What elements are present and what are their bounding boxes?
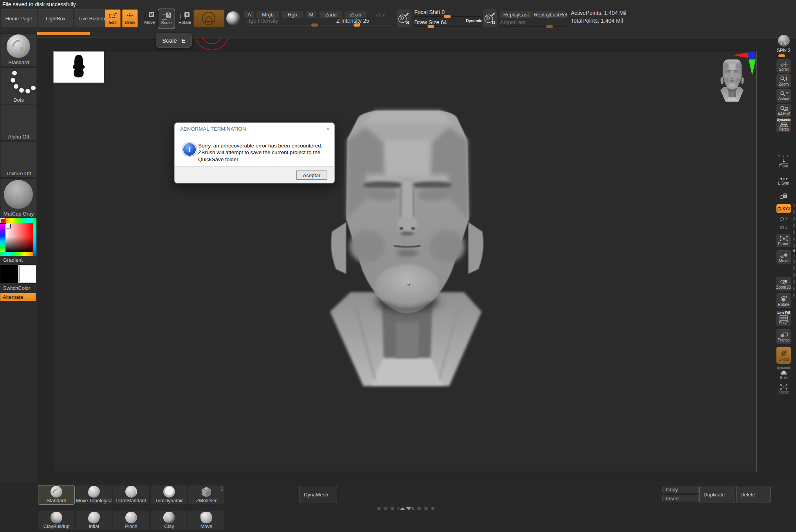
- polyframe-button[interactable]: Line Fill PolyF: [776, 311, 791, 326]
- persp-button[interactable]: Dynamic Persp: [776, 118, 791, 132]
- dynamesh-button[interactable]: DynaMesh: [300, 486, 337, 503]
- info-icon: i: [182, 142, 197, 156]
- aahalf-button[interactable]: AAHalf: [776, 104, 791, 117]
- move-canvas-button[interactable]: Move: [776, 250, 791, 264]
- zoom-icon: [779, 76, 789, 82]
- texture-selector[interactable]: Texture Off: [1, 142, 36, 178]
- home-page-button[interactable]: Home Page: [1, 9, 37, 27]
- z-intensity-slider[interactable]: Z Intensity 25: [320, 17, 392, 27]
- replay-last-rel-button[interactable]: ReplayLastRel: [535, 11, 566, 18]
- draw-button[interactable]: Draw: [122, 9, 138, 27]
- stroke-selector[interactable]: Dots: [1, 67, 36, 104]
- tray-brush-zmodeler[interactable]: ZModeler: [188, 485, 225, 505]
- transp-button[interactable]: Transp: [776, 329, 791, 344]
- gradient-label[interactable]: Gradient: [1, 257, 38, 263]
- scroll-hand-icon: [779, 61, 789, 67]
- main-color-swatch[interactable]: [0, 265, 18, 283]
- alpha-selector[interactable]: Alpha Off: [1, 105, 36, 141]
- alpha-sphere-icon: [226, 11, 240, 25]
- tray-brush-pinch[interactable]: Pinch: [113, 511, 150, 530]
- copy-button[interactable]: Copy: [662, 486, 699, 493]
- insert-button[interactable]: Insert: [662, 495, 699, 502]
- rotate-z-icon: [780, 225, 784, 230]
- xpose-button[interactable]: Xpose: [776, 382, 791, 396]
- right-divider-strip2[interactable]: [793, 255, 795, 299]
- current-brush-tile[interactable]: [193, 9, 224, 27]
- spix-slider[interactable]: SPix 3: [776, 48, 794, 58]
- close-icon[interactable]: ×: [326, 125, 330, 132]
- total-points-stat: TotalPoints: 1.404 Mil: [571, 18, 623, 24]
- switch-color-button[interactable]: SwitchColor: [1, 285, 38, 291]
- rgb-intensity-slider[interactable]: Rgb Intensity: [245, 17, 318, 27]
- rotate-canvas-button[interactable]: Rotate: [776, 293, 791, 308]
- tray-brush-claybuildup[interactable]: ClayBuildup: [38, 511, 75, 530]
- delete-button[interactable]: Delete: [736, 486, 771, 503]
- material-selector[interactable]: MatCap Gray: [1, 178, 36, 218]
- tray-brush-inflat[interactable]: Inflat: [76, 511, 112, 530]
- tray-brush-move-topological[interactable]: Move Topologica: [76, 485, 112, 505]
- draw-size-knob[interactable]: [428, 25, 434, 28]
- move-tool-button[interactable]: M Move: [142, 9, 157, 27]
- replay-last-button[interactable]: ReplayLast: [499, 11, 533, 18]
- solo-button[interactable]: Dynamic Solo: [776, 365, 791, 380]
- current-brush-selector[interactable]: Standard: [1, 33, 36, 66]
- actual-button[interactable]: x1 Actual: [776, 89, 791, 102]
- ghost-button[interactable]: Ghost: [776, 347, 791, 364]
- ghost-icon: [779, 349, 789, 357]
- adjust-last-knob[interactable]: [546, 25, 553, 28]
- scale-tool-button[interactable]: S Scale: [158, 9, 175, 29]
- local-symmetry-button[interactable]: [776, 190, 791, 202]
- rotate-z-button[interactable]: Z: [776, 223, 791, 231]
- z-intensity-knob[interactable]: [354, 23, 360, 27]
- tray-brush-trimdynamic[interactable]: TrimDynamic: [151, 485, 188, 505]
- focal-shift-slider[interactable]: Focal Shift 0: [414, 8, 481, 18]
- scale-tool-icon: S: [162, 13, 171, 20]
- tray-brush-standard[interactable]: Standard: [38, 485, 75, 505]
- dots-stroke-thumb: [12, 71, 17, 75]
- rgb-intensity-knob[interactable]: [311, 23, 318, 27]
- tray-expand-arrow[interactable]: [400, 507, 405, 510]
- spix-knob[interactable]: [778, 54, 785, 57]
- floor-button[interactable]: Floor: [776, 158, 791, 169]
- rotate-y-button[interactable]: Y: [776, 215, 791, 223]
- color-picker[interactable]: [0, 218, 36, 256]
- tray-brush-clay[interactable]: Clay: [151, 511, 188, 530]
- alternate-button[interactable]: Alternate: [0, 293, 36, 301]
- rotate-xyz-button[interactable]: XYZ: [776, 204, 791, 213]
- right-divider-arrow[interactable]: [792, 249, 795, 253]
- tray-handle-strip-left[interactable]: [377, 507, 399, 510]
- edit-icon: [108, 12, 117, 19]
- bpr-button[interactable]: BPR: [776, 34, 791, 47]
- tray-collapse-arrow[interactable]: [406, 507, 412, 510]
- edit-button[interactable]: Edit: [105, 9, 121, 27]
- accept-button[interactable]: Aceptar: [296, 171, 327, 180]
- secondary-color-swatch[interactable]: [18, 265, 36, 283]
- brush-orb: [51, 512, 62, 523]
- aahalf-icon: [779, 106, 789, 112]
- current-alpha-tile[interactable]: [226, 9, 241, 27]
- zbrush-app: File saved to disk successfully. Home Pa…: [0, 0, 796, 532]
- tray-brush-move[interactable]: Move: [188, 511, 225, 530]
- stroke-d-tile[interactable]: D: [483, 9, 497, 27]
- gizmo-y-axis[interactable]: [749, 59, 756, 75]
- rotate-tool-icon: R: [180, 12, 190, 19]
- zoom-button[interactable]: Zoom: [776, 74, 791, 88]
- gizmo-x-axis[interactable]: [733, 52, 748, 58]
- transp-icon: [779, 332, 789, 338]
- gizmo-z-axis[interactable]: [748, 51, 756, 59]
- duplicate-button[interactable]: Duplicate: [699, 486, 735, 503]
- tray-brush-damstandard[interactable]: DamStandard: [113, 485, 150, 505]
- stroke-s-tile[interactable]: S: [397, 9, 411, 27]
- draw-size-slider[interactable]: Draw Size 64: [414, 18, 481, 28]
- scroll-button[interactable]: Scroll: [776, 59, 791, 73]
- zoom3d-button[interactable]: Zoom3D: [776, 277, 791, 291]
- right-divider-strip[interactable]: [793, 203, 795, 248]
- current-color-swatch[interactable]: [0, 218, 5, 223]
- lightbox-button[interactable]: LightBox: [38, 9, 73, 27]
- adjust-last-slider[interactable]: AdjustLast: [500, 18, 566, 28]
- frame-button[interactable]: Frame: [776, 234, 791, 247]
- lsym-button[interactable]: L.Sym: [776, 175, 791, 186]
- tray-handle-strip-right[interactable]: [412, 507, 434, 510]
- rotate-tool-button[interactable]: R Rotate: [177, 9, 193, 27]
- focal-shift-knob[interactable]: [444, 15, 451, 18]
